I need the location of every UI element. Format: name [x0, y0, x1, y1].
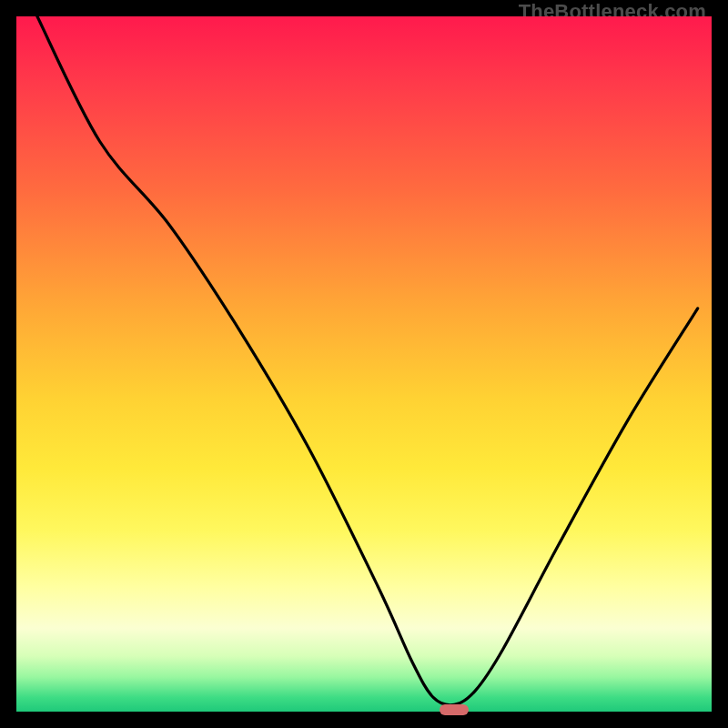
optimal-marker — [440, 704, 469, 715]
bottleneck-curve — [16, 16, 712, 712]
chart-frame: TheBottleneck.com — [0, 0, 728, 728]
plot-area — [16, 16, 712, 712]
